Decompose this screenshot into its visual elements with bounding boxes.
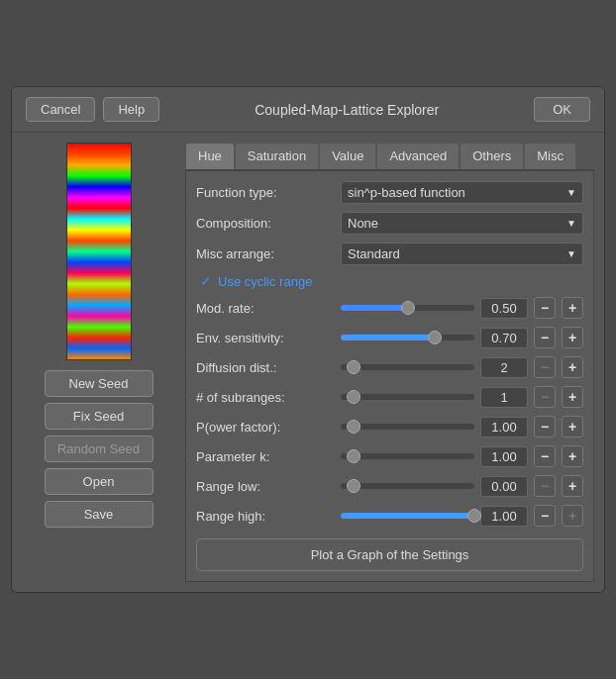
diffusion-dist-minus-button[interactable]: − (534, 356, 556, 378)
ok-button[interactable]: OK (534, 97, 590, 122)
mod-rate-plus-button[interactable]: + (562, 297, 583, 319)
range-high-fill (341, 513, 474, 519)
function-type-dropdown[interactable]: sin^p-based function ▼ (341, 181, 583, 204)
power-factor-minus-button[interactable]: − (534, 416, 556, 437)
misc-arrange-dropdown[interactable]: Standard ▼ (341, 242, 583, 265)
main-body: New Seed Fix Seed Random Seed Open Save … (12, 133, 604, 592)
tab-misc[interactable]: Misc (524, 143, 576, 169)
cancel-button[interactable]: Cancel (26, 97, 95, 122)
preview-image (66, 143, 132, 360)
function-type-arrow-icon: ▼ (566, 187, 576, 198)
env-sensitivity-label: Env. sensitivity: (196, 331, 335, 345)
cyclic-range-check-icon: ✓ (200, 273, 212, 289)
range-high-thumb (467, 509, 481, 523)
env-sensitivity-slider[interactable] (341, 335, 474, 340)
right-panel: Hue Saturation Value Advanced Others Mis… (185, 143, 594, 582)
cyclic-range-label[interactable]: Use cyclic range (218, 274, 312, 289)
tab-value[interactable]: Value (319, 143, 376, 169)
tab-others[interactable]: Others (460, 143, 524, 169)
mod-rate-minus-button[interactable]: − (534, 297, 556, 319)
misc-arrange-arrow-icon: ▼ (566, 248, 576, 259)
mod-rate-value[interactable] (480, 298, 528, 319)
misc-arrange-label: Misc arrange: (196, 246, 335, 261)
env-sensitivity-fill (341, 335, 435, 340)
range-high-value[interactable] (480, 506, 528, 527)
parameter-k-plus-button[interactable]: + (562, 445, 583, 467)
mod-rate-slider[interactable] (341, 305, 474, 311)
fix-seed-button[interactable]: Fix Seed (45, 403, 154, 430)
range-low-label: Range low: (196, 479, 335, 494)
diffusion-dist-row: Diffusion dist.: − + (196, 356, 583, 378)
mod-rate-row: Mod. rate: − + (196, 297, 583, 319)
misc-arrange-row: Misc arrange: Standard ▼ (196, 242, 583, 265)
left-panel: New Seed Fix Seed Random Seed Open Save (22, 143, 175, 582)
env-sensitivity-minus-button[interactable]: − (534, 327, 556, 348)
env-sensitivity-thumb (428, 331, 442, 344)
tab-hue[interactable]: Hue (185, 143, 235, 169)
dialog-title: Coupled-Map-Lattice Explorer (159, 102, 534, 118)
function-type-row: Function type: sin^p-based function ▼ (196, 181, 583, 204)
panel-content: Function type: sin^p-based function ▼ Co… (185, 170, 594, 582)
function-type-value: sin^p-based function (348, 185, 465, 200)
composition-arrow-icon: ▼ (566, 218, 576, 229)
subranges-plus-button[interactable]: + (562, 386, 583, 408)
diffusion-dist-value[interactable] (480, 357, 528, 378)
composition-dropdown[interactable]: None ▼ (341, 212, 583, 235)
range-high-row: Range high: − + (196, 505, 583, 527)
new-seed-button[interactable]: New Seed (45, 370, 154, 397)
env-sensitivity-value[interactable] (480, 328, 528, 348)
help-button[interactable]: Help (103, 97, 159, 122)
main-dialog: Cancel Help Coupled-Map-Lattice Explorer… (11, 86, 605, 593)
subranges-row: # of subranges: − + (196, 386, 583, 408)
range-low-value[interactable] (480, 476, 528, 497)
plot-graph-button[interactable]: Plot a Graph of the Settings (196, 538, 583, 571)
tab-saturation[interactable]: Saturation (235, 143, 319, 169)
range-low-row: Range low: − + (196, 475, 583, 497)
parameter-k-row: Parameter k: − + (196, 445, 583, 467)
subranges-thumb (347, 390, 360, 404)
subranges-minus-button[interactable]: − (534, 386, 556, 408)
parameter-k-slider[interactable] (341, 453, 474, 459)
misc-arrange-value: Standard (348, 246, 400, 261)
env-sensitivity-row: Env. sensitivity: − + (196, 327, 583, 348)
parameter-k-value[interactable] (480, 446, 528, 467)
diffusion-dist-label: Diffusion dist.: (196, 360, 335, 375)
parameter-k-minus-button[interactable]: − (534, 445, 556, 467)
range-high-plus-button[interactable]: + (562, 505, 583, 527)
parameter-k-thumb (347, 449, 360, 463)
power-factor-label: P(ower factor): (196, 420, 335, 435)
title-bar: Cancel Help Coupled-Map-Lattice Explorer… (12, 87, 604, 133)
power-factor-slider[interactable] (341, 424, 474, 430)
range-low-plus-button[interactable]: + (562, 475, 583, 497)
parameter-k-label: Parameter k: (196, 449, 335, 464)
composition-value: None (348, 216, 378, 231)
power-factor-plus-button[interactable]: + (562, 416, 583, 437)
function-type-label: Function type: (196, 185, 335, 200)
subranges-slider[interactable] (341, 394, 474, 400)
composition-row: Composition: None ▼ (196, 212, 583, 235)
env-sensitivity-plus-button[interactable]: + (562, 327, 583, 348)
random-seed-button[interactable]: Random Seed (45, 436, 154, 462)
diffusion-dist-slider[interactable] (341, 364, 474, 370)
open-button[interactable]: Open (45, 468, 154, 495)
diffusion-dist-plus-button[interactable]: + (562, 356, 583, 378)
tab-advanced[interactable]: Advanced (376, 143, 460, 169)
title-bar-left-buttons: Cancel Help (26, 97, 159, 122)
mod-rate-fill (341, 305, 408, 311)
tabs-bar: Hue Saturation Value Advanced Others Mis… (185, 143, 594, 170)
use-cyclic-range-row: ✓ Use cyclic range (196, 273, 583, 289)
range-low-slider[interactable] (341, 483, 474, 489)
composition-label: Composition: (196, 216, 335, 231)
range-high-label: Range high: (196, 509, 335, 524)
power-factor-value[interactable] (480, 417, 528, 437)
save-button[interactable]: Save (45, 501, 154, 528)
range-low-thumb (347, 479, 360, 493)
subranges-label: # of subranges: (196, 390, 335, 405)
mod-rate-thumb (401, 301, 415, 315)
range-high-slider[interactable] (341, 513, 474, 519)
subranges-value[interactable] (480, 387, 528, 408)
range-high-minus-button[interactable]: − (534, 505, 556, 527)
range-low-minus-button[interactable]: − (534, 475, 556, 497)
power-factor-thumb (347, 420, 360, 434)
mod-rate-label: Mod. rate: (196, 301, 335, 316)
